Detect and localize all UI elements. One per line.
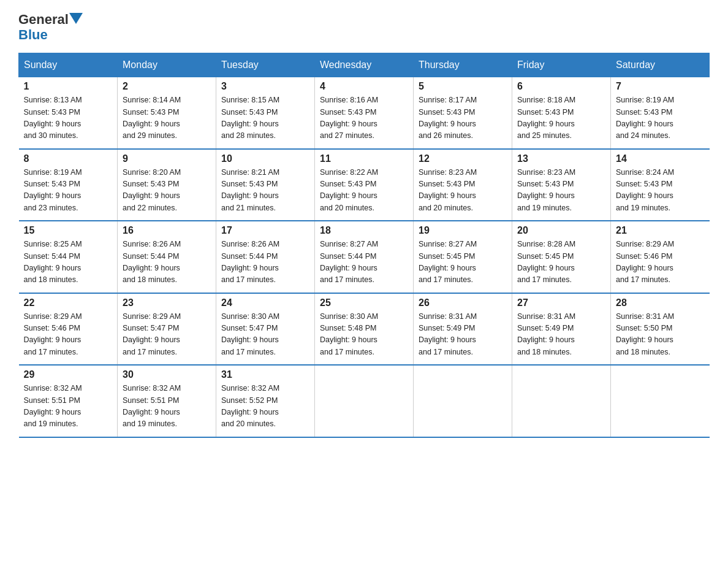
calendar-cell: 20 Sunrise: 8:28 AM Sunset: 5:45 PM Dayl…: [512, 221, 611, 293]
day-number: 27: [517, 297, 605, 308]
calendar-cell: [315, 365, 414, 437]
header-tuesday: Tuesday: [216, 53, 315, 77]
day-number: 4: [320, 81, 408, 92]
day-number: 26: [419, 297, 507, 308]
calendar-cell: 25 Sunrise: 8:30 AM Sunset: 5:48 PM Dayl…: [315, 293, 414, 366]
day-number: 21: [616, 225, 705, 236]
calendar-cell: [414, 365, 512, 437]
calendar-header-row: SundayMondayTuesdayWednesdayThursdayFrid…: [19, 53, 710, 77]
week-row-5: 29 Sunrise: 8:32 AM Sunset: 5:51 PM Dayl…: [19, 365, 710, 437]
calendar-cell: 8 Sunrise: 8:19 AM Sunset: 5:43 PM Dayli…: [19, 149, 118, 221]
header-thursday: Thursday: [414, 53, 512, 77]
day-number: 25: [320, 297, 408, 308]
day-info: Sunrise: 8:27 AM Sunset: 5:45 PM Dayligh…: [419, 239, 507, 286]
day-number: 9: [123, 153, 211, 164]
day-number: 3: [221, 81, 309, 92]
day-info: Sunrise: 8:25 AM Sunset: 5:44 PM Dayligh…: [24, 239, 113, 286]
day-info: Sunrise: 8:26 AM Sunset: 5:44 PM Dayligh…: [221, 239, 309, 286]
calendar-cell: 4 Sunrise: 8:16 AM Sunset: 5:43 PM Dayli…: [315, 77, 414, 149]
week-row-4: 22 Sunrise: 8:29 AM Sunset: 5:46 PM Dayl…: [19, 293, 710, 366]
calendar-cell: 16 Sunrise: 8:26 AM Sunset: 5:44 PM Dayl…: [118, 221, 216, 293]
day-number: 8: [24, 153, 113, 164]
day-info: Sunrise: 8:27 AM Sunset: 5:44 PM Dayligh…: [320, 239, 408, 286]
day-info: Sunrise: 8:16 AM Sunset: 5:43 PM Dayligh…: [320, 94, 408, 142]
day-number: 29: [24, 369, 113, 380]
calendar-cell: 1 Sunrise: 8:13 AM Sunset: 5:43 PM Dayli…: [19, 77, 118, 149]
day-number: 19: [419, 225, 507, 236]
day-number: 15: [24, 225, 113, 236]
day-info: Sunrise: 8:30 AM Sunset: 5:47 PM Dayligh…: [221, 311, 309, 359]
day-number: 22: [24, 297, 113, 308]
header-sunday: Sunday: [19, 53, 118, 77]
day-info: Sunrise: 8:29 AM Sunset: 5:46 PM Dayligh…: [616, 239, 705, 286]
day-number: 10: [221, 153, 309, 164]
day-number: 1: [24, 81, 113, 92]
day-info: Sunrise: 8:14 AM Sunset: 5:43 PM Dayligh…: [123, 94, 211, 142]
calendar-cell: 15 Sunrise: 8:25 AM Sunset: 5:44 PM Dayl…: [19, 221, 118, 293]
day-info: Sunrise: 8:29 AM Sunset: 5:47 PM Dayligh…: [123, 311, 211, 359]
calendar-cell: 3 Sunrise: 8:15 AM Sunset: 5:43 PM Dayli…: [216, 77, 315, 149]
calendar-cell: 28 Sunrise: 8:31 AM Sunset: 5:50 PM Dayl…: [611, 293, 710, 366]
calendar-cell: 6 Sunrise: 8:18 AM Sunset: 5:43 PM Dayli…: [512, 77, 611, 149]
day-number: 17: [221, 225, 309, 236]
logo-blue: Blue: [18, 27, 48, 43]
calendar-cell: 27 Sunrise: 8:31 AM Sunset: 5:49 PM Dayl…: [512, 293, 611, 366]
day-info: Sunrise: 8:20 AM Sunset: 5:43 PM Dayligh…: [123, 167, 211, 215]
calendar-cell: 23 Sunrise: 8:29 AM Sunset: 5:47 PM Dayl…: [118, 293, 216, 366]
header-monday: Monday: [118, 53, 216, 77]
day-number: 24: [221, 297, 309, 308]
logo-triangle-icon: [69, 13, 83, 26]
day-number: 12: [419, 153, 507, 164]
calendar-cell: 12 Sunrise: 8:23 AM Sunset: 5:43 PM Dayl…: [414, 149, 512, 221]
day-number: 18: [320, 225, 408, 236]
day-info: Sunrise: 8:31 AM Sunset: 5:49 PM Dayligh…: [419, 311, 507, 359]
day-info: Sunrise: 8:19 AM Sunset: 5:43 PM Dayligh…: [24, 167, 113, 215]
calendar-cell: 26 Sunrise: 8:31 AM Sunset: 5:49 PM Dayl…: [414, 293, 512, 366]
calendar-cell: 22 Sunrise: 8:29 AM Sunset: 5:46 PM Dayl…: [19, 293, 118, 366]
header-saturday: Saturday: [611, 53, 710, 77]
calendar-cell: 17 Sunrise: 8:26 AM Sunset: 5:44 PM Dayl…: [216, 221, 315, 293]
calendar-cell: 21 Sunrise: 8:29 AM Sunset: 5:46 PM Dayl…: [611, 221, 710, 293]
calendar-cell: 14 Sunrise: 8:24 AM Sunset: 5:43 PM Dayl…: [611, 149, 710, 221]
day-number: 6: [517, 81, 605, 92]
day-number: 28: [616, 297, 705, 308]
day-number: 14: [616, 153, 705, 164]
calendar-cell: 30 Sunrise: 8:32 AM Sunset: 5:51 PM Dayl…: [118, 365, 216, 437]
day-info: Sunrise: 8:19 AM Sunset: 5:43 PM Dayligh…: [616, 94, 705, 142]
day-info: Sunrise: 8:29 AM Sunset: 5:46 PM Dayligh…: [24, 311, 113, 359]
calendar-cell: 7 Sunrise: 8:19 AM Sunset: 5:43 PM Dayli…: [611, 77, 710, 149]
day-number: 20: [517, 225, 605, 236]
day-info: Sunrise: 8:26 AM Sunset: 5:44 PM Dayligh…: [123, 239, 211, 286]
calendar-cell: 2 Sunrise: 8:14 AM Sunset: 5:43 PM Dayli…: [118, 77, 216, 149]
day-info: Sunrise: 8:24 AM Sunset: 5:43 PM Dayligh…: [616, 167, 705, 215]
day-number: 7: [616, 81, 705, 92]
calendar-cell: 29 Sunrise: 8:32 AM Sunset: 5:51 PM Dayl…: [19, 365, 118, 437]
calendar-cell: 31 Sunrise: 8:32 AM Sunset: 5:52 PM Dayl…: [216, 365, 315, 437]
day-number: 13: [517, 153, 605, 164]
day-info: Sunrise: 8:31 AM Sunset: 5:49 PM Dayligh…: [517, 311, 605, 359]
day-number: 30: [123, 369, 211, 380]
page-header: General Blue: [18, 12, 710, 43]
week-row-2: 8 Sunrise: 8:19 AM Sunset: 5:43 PM Dayli…: [19, 149, 710, 221]
day-info: Sunrise: 8:22 AM Sunset: 5:43 PM Dayligh…: [320, 167, 408, 215]
day-info: Sunrise: 8:23 AM Sunset: 5:43 PM Dayligh…: [517, 167, 605, 215]
week-row-1: 1 Sunrise: 8:13 AM Sunset: 5:43 PM Dayli…: [19, 77, 710, 149]
calendar-cell: 10 Sunrise: 8:21 AM Sunset: 5:43 PM Dayl…: [216, 149, 315, 221]
day-info: Sunrise: 8:17 AM Sunset: 5:43 PM Dayligh…: [419, 94, 507, 142]
day-info: Sunrise: 8:30 AM Sunset: 5:48 PM Dayligh…: [320, 311, 408, 359]
calendar-cell: [611, 365, 710, 437]
day-number: 11: [320, 153, 408, 164]
day-number: 31: [221, 369, 309, 380]
day-info: Sunrise: 8:18 AM Sunset: 5:43 PM Dayligh…: [517, 94, 605, 142]
calendar-cell: 18 Sunrise: 8:27 AM Sunset: 5:44 PM Dayl…: [315, 221, 414, 293]
calendar-cell: 13 Sunrise: 8:23 AM Sunset: 5:43 PM Dayl…: [512, 149, 611, 221]
day-number: 23: [123, 297, 211, 308]
logo-general: General: [18, 12, 69, 27]
day-info: Sunrise: 8:28 AM Sunset: 5:45 PM Dayligh…: [517, 239, 605, 286]
day-info: Sunrise: 8:31 AM Sunset: 5:50 PM Dayligh…: [616, 311, 705, 359]
day-number: 5: [419, 81, 507, 92]
day-info: Sunrise: 8:32 AM Sunset: 5:52 PM Dayligh…: [221, 383, 309, 431]
calendar-table: SundayMondayTuesdayWednesdayThursdayFrid…: [18, 53, 710, 438]
calendar-cell: 11 Sunrise: 8:22 AM Sunset: 5:43 PM Dayl…: [315, 149, 414, 221]
svg-marker-0: [69, 13, 83, 24]
